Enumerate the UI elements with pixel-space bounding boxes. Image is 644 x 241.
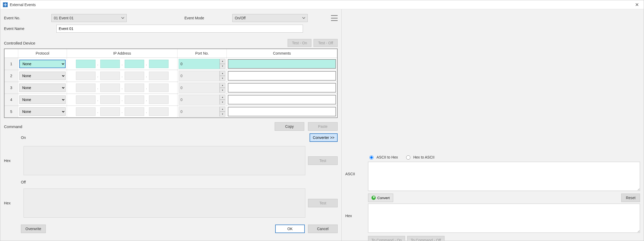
test-off-hex-button[interactable]: Test	[308, 199, 338, 207]
chevron-down-icon	[121, 17, 124, 19]
comments-input[interactable]	[228, 107, 336, 116]
ip-address-input[interactable]: ...	[68, 84, 176, 92]
port-value[interactable]: 0	[179, 83, 220, 93]
cancel-button[interactable]: Cancel	[308, 225, 338, 233]
chevron-down-icon	[302, 17, 305, 19]
hex-conv-label: Hex	[345, 204, 364, 218]
event-name-input[interactable]	[56, 25, 303, 33]
port-spinner[interactable]: ▲▼	[220, 95, 225, 105]
ip-address-input[interactable]: ...	[68, 95, 176, 104]
col-comments: Comments	[227, 49, 337, 58]
hamburger-icon[interactable]	[331, 15, 338, 21]
protocol-select[interactable]: None	[19, 95, 66, 104]
hex-off-textarea[interactable]	[24, 189, 305, 218]
row-number: 5	[4, 106, 18, 117]
table-row[interactable]: 1None...0▲▼	[4, 58, 337, 70]
on-label: On	[21, 135, 37, 140]
table-row[interactable]: 2None...0▲▼	[4, 70, 337, 82]
row-number: 3	[4, 82, 18, 94]
test-off-button[interactable]: Test - Off	[314, 39, 338, 47]
convert-button[interactable]: Convert	[368, 194, 393, 202]
row-number: 2	[4, 70, 18, 82]
protocol-select[interactable]: None	[19, 60, 66, 68]
external-events-window: External Events ✕ Event No. 01 Event 01 …	[0, 0, 644, 241]
row-number: 1	[4, 58, 18, 70]
port-spinner[interactable]: ▲▼	[220, 107, 225, 117]
to-command-on-button[interactable]: To Command - On	[368, 236, 405, 241]
table-row[interactable]: 5None...0▲▼	[4, 106, 337, 117]
col-protocol: Protocol	[18, 49, 67, 58]
protocol-select[interactable]: None	[19, 84, 66, 92]
hex-conv-textarea[interactable]	[368, 204, 640, 233]
event-no-select[interactable]: 01 Event 01	[51, 14, 126, 22]
port-value[interactable]: 0	[179, 59, 220, 69]
comments-input[interactable]	[228, 71, 336, 81]
port-value[interactable]: 0	[179, 107, 220, 117]
event-mode-select[interactable]: On/Off	[232, 14, 307, 22]
ascii-to-hex-radio[interactable]: ASCII to Hex	[368, 155, 398, 160]
hex-off-label: Hex	[4, 201, 21, 205]
off-label: Off	[21, 180, 37, 184]
copy-button[interactable]: Copy	[275, 122, 304, 131]
protocol-select[interactable]: None	[19, 72, 66, 80]
row-number: 4	[4, 94, 18, 106]
port-value[interactable]: 0	[179, 71, 220, 81]
port-value[interactable]: 0	[179, 95, 220, 105]
app-icon	[3, 2, 8, 7]
paste-button[interactable]: Paste	[308, 122, 338, 131]
to-command-off-button[interactable]: To Command - Off	[407, 236, 444, 241]
left-pane: Event No. 01 Event 01 Event Mode On/Off …	[0, 9, 342, 241]
comments-input[interactable]	[228, 95, 336, 104]
port-spinner[interactable]: ▲▼	[220, 59, 225, 69]
command-label: Command	[4, 124, 22, 129]
reset-button[interactable]: Reset	[621, 194, 640, 202]
hex-to-ascii-radio[interactable]: Hex to ASCII	[405, 155, 434, 160]
port-spinner[interactable]: ▲▼	[220, 71, 225, 81]
ip-address-input[interactable]: ...	[68, 107, 176, 116]
event-name-label: Event Name	[4, 27, 56, 31]
ascii-textarea[interactable]	[368, 162, 640, 191]
test-on-button[interactable]: Test - On	[288, 39, 312, 47]
device-table: Protocol IP Address Port No. Comments 1N…	[4, 49, 338, 118]
event-no-label: Event No.	[4, 16, 51, 20]
controlled-device-label: Controlled Device	[4, 41, 35, 45]
table-row[interactable]: 4None...0▲▼	[4, 94, 337, 106]
port-spinner[interactable]: ▲▼	[220, 83, 225, 93]
ok-button[interactable]: OK	[275, 225, 305, 233]
convert-icon	[371, 196, 376, 200]
close-icon[interactable]: ✕	[633, 1, 641, 9]
event-mode-value: On/Off	[235, 16, 246, 20]
converter-button[interactable]: Converter >>	[310, 133, 338, 142]
overwrite-button[interactable]: Overwrite	[21, 225, 46, 233]
event-no-value: 01 Event 01	[54, 16, 74, 20]
comments-input[interactable]	[228, 83, 336, 93]
event-mode-label: Event Mode	[184, 16, 232, 20]
hex-on-label: Hex	[4, 159, 21, 163]
titlebar: External Events ✕	[0, 0, 644, 9]
test-on-hex-button[interactable]: Test	[308, 156, 338, 165]
table-row[interactable]: 3None...0▲▼	[4, 82, 337, 94]
hex-on-textarea[interactable]	[24, 146, 305, 175]
col-port: Port No.	[178, 49, 227, 58]
right-pane: ASCII to Hex Hex to ASCII ASCII Convert	[342, 9, 644, 241]
window-title: External Events	[10, 3, 36, 7]
col-ip: IP Address	[67, 49, 178, 58]
protocol-select[interactable]: None	[19, 107, 66, 116]
ascii-label: ASCII	[345, 162, 364, 176]
comments-input[interactable]	[228, 59, 336, 69]
ip-address-input[interactable]: ...	[68, 60, 176, 68]
ip-address-input[interactable]: ...	[68, 72, 176, 80]
